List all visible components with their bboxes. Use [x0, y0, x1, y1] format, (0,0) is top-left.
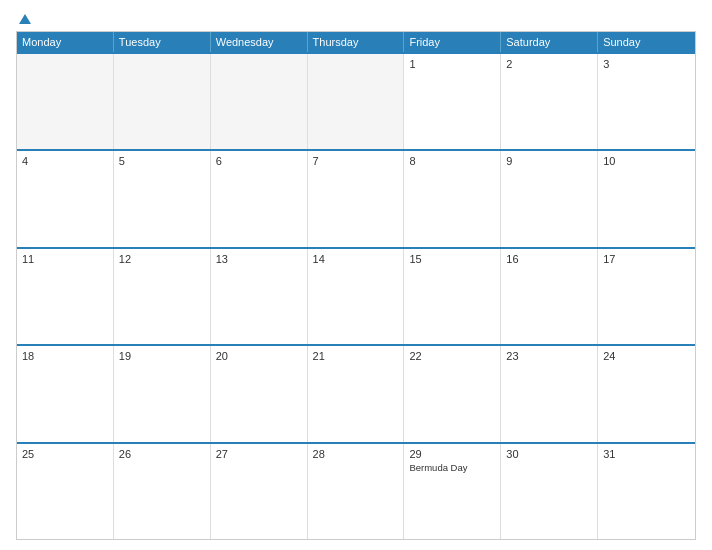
day-cell: 1	[404, 54, 501, 149]
day-cell: 4	[17, 151, 114, 246]
day-headers-row: Monday Tuesday Wednesday Thursday Friday…	[17, 32, 695, 52]
day-cell: 16	[501, 249, 598, 344]
week-row-3: 11121314151617	[17, 247, 695, 344]
day-number: 19	[119, 350, 205, 362]
day-number: 11	[22, 253, 108, 265]
day-cell: 23	[501, 346, 598, 441]
logo	[16, 14, 31, 25]
day-cell: 30	[501, 444, 598, 539]
day-number: 3	[603, 58, 690, 70]
day-cell: 31	[598, 444, 695, 539]
day-number: 21	[313, 350, 399, 362]
day-cell: 22	[404, 346, 501, 441]
day-number: 23	[506, 350, 592, 362]
day-cell: 10	[598, 151, 695, 246]
day-cell: 14	[308, 249, 405, 344]
day-cell: 29Bermuda Day	[404, 444, 501, 539]
day-number: 6	[216, 155, 302, 167]
week-row-5: 2526272829Bermuda Day3031	[17, 442, 695, 539]
day-cell	[211, 54, 308, 149]
day-cell: 20	[211, 346, 308, 441]
day-cell: 28	[308, 444, 405, 539]
day-number: 8	[409, 155, 495, 167]
header-tuesday: Tuesday	[114, 32, 211, 52]
day-number: 9	[506, 155, 592, 167]
weeks-container: 1234567891011121314151617181920212223242…	[17, 52, 695, 539]
week-row-1: 123	[17, 52, 695, 149]
calendar-grid: Monday Tuesday Wednesday Thursday Friday…	[16, 31, 696, 540]
day-number: 12	[119, 253, 205, 265]
logo-text	[16, 14, 31, 25]
day-number: 2	[506, 58, 592, 70]
day-number: 22	[409, 350, 495, 362]
day-cell: 5	[114, 151, 211, 246]
day-number: 18	[22, 350, 108, 362]
day-cell: 11	[17, 249, 114, 344]
day-cell	[114, 54, 211, 149]
day-cell	[308, 54, 405, 149]
week-row-2: 45678910	[17, 149, 695, 246]
day-number: 28	[313, 448, 399, 460]
day-number: 16	[506, 253, 592, 265]
day-number: 30	[506, 448, 592, 460]
day-number: 31	[603, 448, 690, 460]
header-saturday: Saturday	[501, 32, 598, 52]
day-cell: 18	[17, 346, 114, 441]
day-number: 5	[119, 155, 205, 167]
day-number: 14	[313, 253, 399, 265]
day-number: 17	[603, 253, 690, 265]
header-wednesday: Wednesday	[211, 32, 308, 52]
day-number: 7	[313, 155, 399, 167]
header-monday: Monday	[17, 32, 114, 52]
day-cell: 2	[501, 54, 598, 149]
day-number: 20	[216, 350, 302, 362]
day-cell: 13	[211, 249, 308, 344]
day-cell: 3	[598, 54, 695, 149]
day-cell: 9	[501, 151, 598, 246]
day-cell: 26	[114, 444, 211, 539]
day-cell: 15	[404, 249, 501, 344]
header	[16, 14, 696, 25]
day-cell: 25	[17, 444, 114, 539]
day-cell: 19	[114, 346, 211, 441]
day-cell: 24	[598, 346, 695, 441]
day-cell: 12	[114, 249, 211, 344]
header-thursday: Thursday	[308, 32, 405, 52]
week-row-4: 18192021222324	[17, 344, 695, 441]
day-cell: 17	[598, 249, 695, 344]
day-number: 26	[119, 448, 205, 460]
day-number: 24	[603, 350, 690, 362]
day-cell: 7	[308, 151, 405, 246]
event-label: Bermuda Day	[409, 462, 495, 473]
day-number: 29	[409, 448, 495, 460]
day-cell	[17, 54, 114, 149]
day-number: 4	[22, 155, 108, 167]
header-sunday: Sunday	[598, 32, 695, 52]
day-number: 25	[22, 448, 108, 460]
day-cell: 27	[211, 444, 308, 539]
day-number: 15	[409, 253, 495, 265]
day-cell: 6	[211, 151, 308, 246]
calendar-page: Monday Tuesday Wednesday Thursday Friday…	[0, 0, 712, 550]
day-number: 27	[216, 448, 302, 460]
day-cell: 8	[404, 151, 501, 246]
day-number: 13	[216, 253, 302, 265]
day-cell: 21	[308, 346, 405, 441]
day-number: 10	[603, 155, 690, 167]
logo-triangle-icon	[19, 14, 31, 24]
header-friday: Friday	[404, 32, 501, 52]
day-number: 1	[409, 58, 495, 70]
